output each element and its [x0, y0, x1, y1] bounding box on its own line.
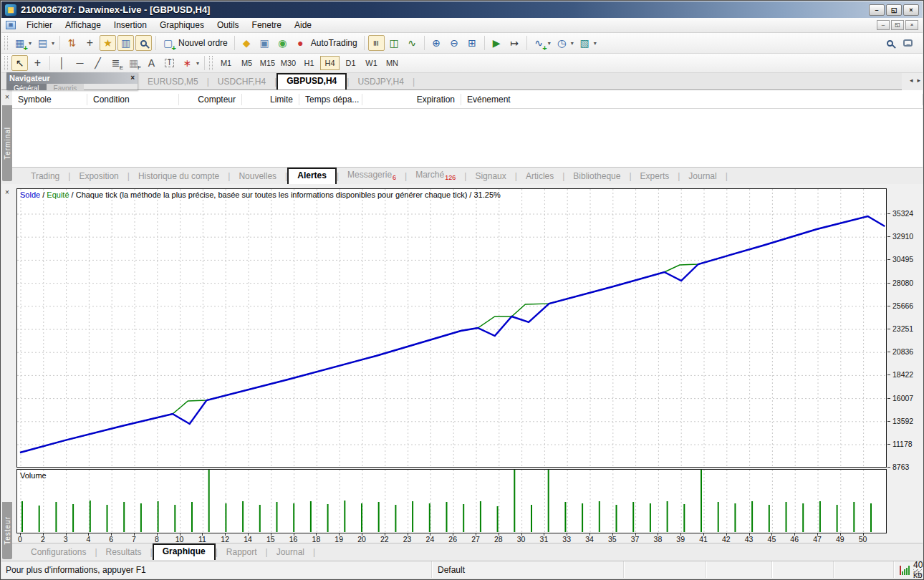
child-minimize-icon[interactable]: – — [877, 20, 890, 30]
terminal-button[interactable]: ▥ — [117, 35, 134, 51]
dropdown-arrow-icon[interactable]: ▾ — [571, 40, 574, 47]
status-profile[interactable]: Default — [431, 561, 623, 578]
terminal-tab-marche[interactable]: Marché126 — [407, 168, 464, 184]
tester-tab-rapport[interactable]: Rapport — [218, 545, 266, 560]
crosshair-button[interactable]: + — [29, 55, 46, 71]
menu-insertion[interactable]: Insertion — [107, 19, 153, 32]
tile-windows-button[interactable]: ⊞ — [464, 35, 481, 51]
trendline-button[interactable]: ╱ — [90, 55, 106, 71]
navigator-tab-general[interactable]: Général — [6, 84, 47, 90]
menu-aide[interactable]: Aide — [288, 19, 318, 32]
terminal-tab-bibliotheque[interactable]: Bibliotheque — [564, 169, 629, 184]
auto-scroll-button[interactable]: ▶ — [489, 35, 505, 51]
child-restore-icon[interactable]: ◱ — [891, 20, 904, 30]
chart-tab-usdchf-h4[interactable]: USDCHF,H4 — [209, 74, 274, 90]
dropdown-arrow-icon[interactable]: ▾ — [594, 40, 597, 47]
arrows-button[interactable]: ∗ — [179, 55, 196, 71]
terminal-tab-alertes[interactable]: Alertes — [287, 168, 337, 184]
metaquotes-button[interactable]: ◆ — [239, 35, 255, 51]
tester-close-icon[interactable]: × — [4, 189, 11, 196]
column-header-symbole[interactable]: Symbole — [12, 94, 87, 105]
text-label-button[interactable]: T — [161, 55, 178, 71]
toolbar-grip[interactable] — [4, 56, 8, 70]
timeframe-h1[interactable]: H1 — [299, 56, 319, 70]
chart-shift-button[interactable]: ↦ — [506, 35, 523, 51]
autotrading-button[interactable]: ● — [292, 35, 309, 51]
chart-tab-usdjpy-h4[interactable]: USDJPY,H4 — [349, 74, 412, 90]
timeframe-m15[interactable]: M15 — [258, 56, 277, 70]
terminal-close-icon[interactable]: × — [4, 94, 11, 101]
navigator-close-icon[interactable]: × — [130, 74, 135, 82]
new-chart-button[interactable]: ▦+ — [11, 35, 28, 51]
tester-tab-journal[interactable]: Journal — [268, 545, 313, 560]
horizontal-line-button[interactable]: ─ — [72, 55, 88, 71]
terminal-tab-historique-du-compte[interactable]: Historique du compte — [130, 169, 228, 184]
zoom-out-button[interactable]: ⊖ — [446, 35, 463, 51]
chat-button[interactable] — [900, 35, 916, 51]
chart-tab-eurusd-m5[interactable]: EURUSD,M5 — [139, 74, 207, 90]
scroll-right-icon[interactable]: ▸ — [917, 77, 920, 84]
profiles-button[interactable]: ▤ — [34, 35, 51, 51]
terminal-tab-articles[interactable]: Articles — [517, 169, 562, 184]
timeframe-m30[interactable]: M30 — [279, 56, 298, 70]
timeframe-m5[interactable]: M5 — [237, 56, 256, 70]
new-order-button[interactable]: ▢+ — [160, 35, 176, 51]
signals-button[interactable]: ◉ — [274, 35, 291, 51]
cursor-button[interactable]: ↖ — [11, 55, 28, 71]
terminal-vertical-tab[interactable]: Terminal — [2, 105, 12, 181]
terminal-tab-experts[interactable]: Experts — [632, 169, 678, 184]
tester-tab-resultats[interactable]: Resultats — [97, 545, 150, 560]
timeframe-mn[interactable]: MN — [382, 56, 402, 70]
indicators-button[interactable]: ∿+ — [531, 35, 547, 51]
menu-graphiques[interactable]: Graphiques — [153, 19, 211, 32]
minimize-icon[interactable]: – — [869, 4, 885, 16]
vertical-line-button[interactable]: │ — [54, 55, 70, 71]
child-close-icon[interactable]: × — [905, 20, 918, 30]
zoom-in-button[interactable]: ⊕ — [428, 35, 445, 51]
line-chart-button[interactable]: ∿ — [404, 35, 420, 51]
templates-button[interactable]: ▧ — [577, 35, 593, 51]
search-button[interactable] — [882, 35, 898, 51]
column-header-expiration[interactable]: Expiration — [362, 94, 461, 105]
chart-tab-gbpusd-h4[interactable]: GBPUSD,H4 — [276, 73, 347, 90]
channels-button[interactable]: ▦F — [125, 55, 142, 71]
tester-tab-configurations[interactable]: Configurations — [22, 545, 95, 560]
column-header-evenement[interactable]: Evénement — [461, 94, 923, 105]
fibonacci-button[interactable]: ≣E — [107, 55, 124, 71]
timeframe-m1[interactable]: M1 — [216, 56, 236, 70]
restore-icon[interactable]: ◱ — [886, 4, 902, 16]
menu-affichage[interactable]: Affichage — [59, 19, 107, 32]
menu-outils[interactable]: Outils — [211, 19, 246, 32]
terminal-tab-trading[interactable]: Trading — [22, 169, 68, 184]
strategy-tester-button[interactable] — [135, 35, 152, 51]
bar-chart-button[interactable]: ≡ — [368, 35, 385, 51]
volume-chart[interactable] — [17, 470, 886, 533]
alerts-table-body[interactable] — [12, 109, 923, 167]
scroll-left-icon[interactable]: ◂ — [910, 77, 913, 84]
candlestick-button[interactable]: ◫ — [386, 35, 403, 51]
navigator-tab-favoris[interactable]: Favoris — [47, 84, 85, 90]
dropdown-arrow-icon[interactable]: ▾ — [52, 40, 54, 47]
data-window-button[interactable]: + — [82, 35, 98, 51]
menu-fichier[interactable]: Fichier — [20, 19, 59, 32]
navigator-button[interactable]: ★ — [100, 35, 116, 51]
terminal-tab-nouvelles[interactable]: Nouvelles — [230, 169, 285, 184]
tester-tab-graphique[interactable]: Graphique — [153, 543, 216, 560]
title-bar[interactable]: ▦ 2100036787: Darwinex-Live - [GBPUSD,H4… — [1, 1, 923, 18]
market-watch-button[interactable]: ⇅ — [64, 35, 80, 51]
terminal-tab-journal[interactable]: Journal — [680, 169, 725, 184]
volume-chart-pane[interactable]: Volume — [16, 469, 887, 533]
metaeditor-button[interactable]: ▣ — [256, 35, 273, 51]
dropdown-arrow-icon[interactable]: ▾ — [29, 40, 32, 47]
text-button[interactable]: A — [143, 55, 160, 71]
toolbar-grip[interactable] — [4, 36, 8, 50]
navigator-panel[interactable]: Navigateur × GénéralFavoris — [6, 72, 138, 90]
navigator-title-bar[interactable]: Navigateur × — [6, 72, 138, 84]
terminal-tab-messagerie[interactable]: Messagerie6 — [339, 168, 405, 184]
menu-fenetre[interactable]: Fenetre — [246, 19, 288, 32]
toolbar-grip[interactable] — [209, 56, 213, 70]
balance-equity-chart[interactable] — [17, 189, 886, 467]
resize-grip[interactable] — [913, 569, 922, 578]
timeframe-h4[interactable]: H4 — [320, 56, 340, 70]
column-header-condition[interactable]: Condition — [87, 94, 179, 105]
